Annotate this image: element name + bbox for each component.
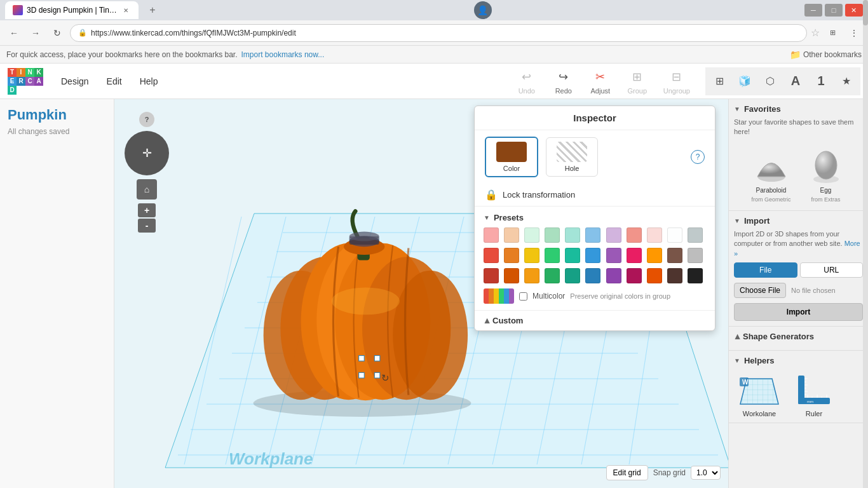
minimize-button[interactable]: ─	[804, 4, 822, 17]
color-cell[interactable]	[565, 268, 580, 283]
star-button[interactable]: ★	[835, 70, 858, 93]
color-cell[interactable]	[565, 248, 580, 263]
color-cell[interactable]	[524, 268, 539, 283]
user-avatar[interactable]: 👤	[474, 1, 492, 19]
color-cell[interactable]	[484, 227, 499, 243]
menu-design[interactable]: Design	[53, 72, 97, 90]
import-header[interactable]: ▼ Import	[734, 216, 863, 226]
inspector-help-button[interactable]: ?	[691, 150, 705, 164]
tab-close-button[interactable]: ✕	[121, 5, 131, 15]
color-cell[interactable]	[565, 227, 580, 243]
pan-control[interactable]: ✛	[125, 131, 169, 175]
color-cell[interactable]	[667, 227, 682, 243]
multicolor-checkbox[interactable]	[519, 292, 527, 301]
reload-button[interactable]: ↻	[48, 24, 66, 42]
menu-edit[interactable]: Edit	[99, 72, 130, 90]
color-cell[interactable]	[504, 268, 519, 283]
color-cell[interactable]	[627, 248, 642, 263]
ungroup-button[interactable]: ⊟ Ungroup	[658, 65, 695, 97]
group-button[interactable]: ⊞ Group	[621, 65, 653, 97]
color-cell[interactable]	[545, 248, 560, 263]
browser-tab[interactable]: 3D design Pumpkin | Tin… ✕	[5, 1, 139, 19]
color-cell[interactable]	[585, 248, 600, 263]
tinkercad-logo[interactable]: T I N K E R C A D	[8, 68, 43, 95]
helpers-header[interactable]: ▼ Helpers	[734, 356, 863, 365]
color-cell[interactable]	[688, 248, 703, 263]
color-cell[interactable]	[585, 268, 600, 283]
shape-item-egg[interactable]: Egg from Extras	[801, 144, 851, 205]
redo-button[interactable]: ↪ Redo	[548, 65, 580, 97]
3d-view-button[interactable]: 🧊	[733, 70, 756, 93]
color-cell[interactable]	[524, 248, 539, 263]
custom-header[interactable]: ▶ Custom	[484, 316, 706, 325]
undo-button[interactable]: ↩ Undo	[511, 65, 543, 97]
text-button[interactable]: A	[784, 70, 807, 93]
favorites-header[interactable]: ▼ Favorites	[734, 104, 863, 114]
color-button[interactable]: Color	[485, 137, 538, 177]
maximize-button[interactable]: □	[825, 4, 843, 17]
extensions-button[interactable]: ⊞	[824, 24, 841, 42]
color-cell[interactable]	[667, 248, 682, 263]
number-button[interactable]: 1	[810, 70, 832, 93]
edit-grid-button[interactable]: Edit grid	[606, 465, 648, 480]
color-cell[interactable]	[627, 227, 642, 243]
color-cell[interactable]	[545, 227, 560, 243]
help-button[interactable]: ?	[139, 112, 154, 127]
url-type-button[interactable]: URL	[800, 262, 864, 278]
scrollbar[interactable]	[863, 99, 868, 488]
color-grid-row1	[484, 227, 706, 243]
file-type-button[interactable]: File	[734, 262, 797, 278]
grid-view-button[interactable]: ⊞	[708, 70, 731, 93]
helper-item-ruler[interactable]: mm Ruler	[789, 369, 839, 417]
import-bookmarks-link[interactable]: Import bookmarks now...	[241, 50, 325, 59]
color-cell[interactable]	[647, 268, 662, 283]
project-name[interactable]: Pumpkin	[8, 107, 106, 123]
chrome-menu-button[interactable]: ⋮	[845, 24, 863, 42]
presets-header[interactable]: ▼ Presets	[484, 213, 706, 222]
snap-grid-select[interactable]: 1.0 0.5 2.0	[691, 466, 721, 480]
color-cell[interactable]	[606, 268, 621, 283]
bookmark-star-button[interactable]: ☆	[811, 27, 820, 39]
pumpkin-3d-object[interactable]: ↻	[229, 131, 496, 417]
color-cell[interactable]	[545, 268, 560, 283]
color-cell[interactable]	[667, 268, 682, 283]
color-cell[interactable]	[606, 227, 621, 243]
zoom-in-button[interactable]: +	[138, 203, 156, 217]
color-cell[interactable]	[688, 227, 703, 243]
color-cell[interactable]	[627, 268, 642, 283]
pan-arrows-icon: ✛	[125, 131, 169, 175]
egg-thumb	[807, 146, 845, 184]
perspective-button[interactable]: ⬡	[759, 70, 782, 93]
shape-item-paraboloid[interactable]: Paraboloid from Geometric	[746, 144, 797, 205]
hole-button[interactable]: Hole	[546, 137, 598, 177]
shape-generators-section[interactable]: ▶ Shape Generators	[729, 327, 868, 351]
color-cell[interactable]	[606, 248, 621, 263]
color-cell[interactable]	[504, 248, 519, 263]
menu-help[interactable]: Help	[132, 72, 166, 90]
color-cell[interactable]	[647, 248, 662, 263]
color-cell[interactable]	[524, 227, 539, 243]
undo-label: Undo	[519, 87, 535, 95]
choose-file-button[interactable]: Choose File	[734, 283, 786, 298]
viewport[interactable]: Workplane	[114, 99, 728, 488]
color-cell[interactable]	[484, 268, 499, 283]
other-bookmarks-folder[interactable]: 📁 Other bookmarks	[790, 50, 862, 60]
import-action-button[interactable]: Import	[734, 303, 863, 321]
color-cell[interactable]	[688, 268, 703, 283]
back-button[interactable]: ←	[5, 24, 23, 42]
close-button[interactable]: ✕	[845, 4, 863, 17]
zoom-out-button[interactable]: -	[138, 219, 156, 233]
adjust-button[interactable]: ✂ Adjust	[585, 65, 616, 97]
new-tab-button[interactable]: +	[144, 1, 161, 19]
logo-cell-t: T	[8, 68, 17, 77]
color-cell[interactable]	[585, 227, 600, 243]
color-cell[interactable]	[504, 227, 519, 243]
helper-item-workolane[interactable]: W Workolane	[734, 369, 785, 417]
color-cell[interactable]	[647, 227, 662, 243]
shape-generators-header[interactable]: ▶ Shape Generators	[734, 332, 863, 341]
redo-icon: ↪	[555, 68, 573, 86]
color-cell[interactable]	[484, 248, 499, 263]
address-bar[interactable]: 🔒 https://www.tinkercad.com/things/fQfIM…	[70, 24, 807, 42]
forward-button[interactable]: →	[27, 24, 44, 42]
home-view-button[interactable]: ⌂	[137, 179, 157, 200]
